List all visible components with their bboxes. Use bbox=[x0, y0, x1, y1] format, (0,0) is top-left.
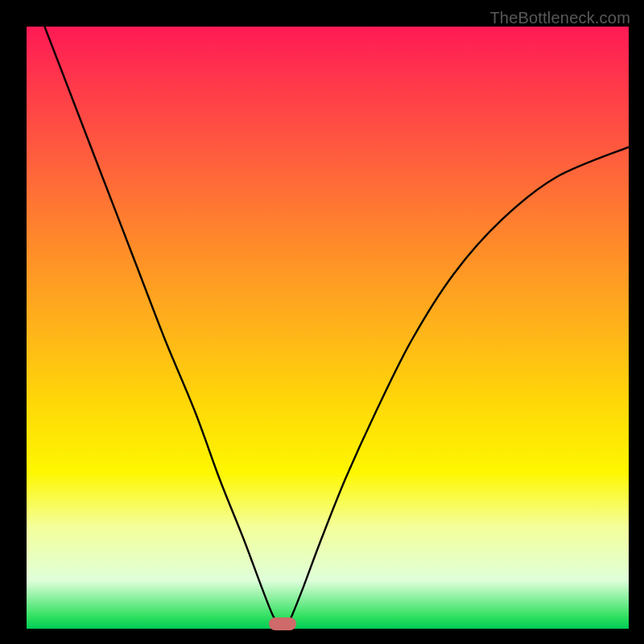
curve-svg bbox=[27, 27, 629, 629]
optimal-marker bbox=[269, 617, 296, 630]
plot-area bbox=[27, 27, 629, 629]
watermark-label: TheBottleneck.com bbox=[489, 9, 630, 27]
chart-frame: TheBottleneck.com bbox=[6, 6, 638, 638]
bottleneck-curve bbox=[44, 27, 629, 629]
